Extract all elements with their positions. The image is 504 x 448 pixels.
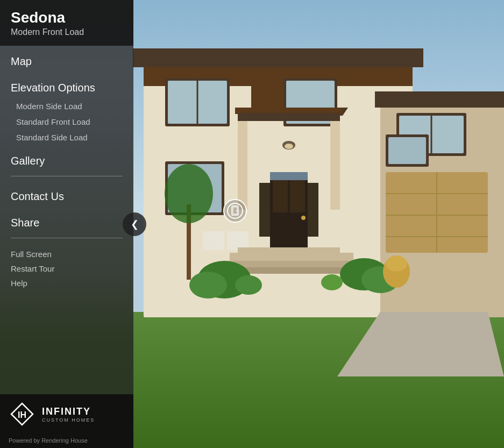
sidebar-header: Sedona Modern Front Load xyxy=(0,0,133,46)
door-hotspot[interactable] xyxy=(223,199,247,223)
svg-rect-40 xyxy=(230,253,353,261)
svg-rect-20 xyxy=(330,113,340,210)
restart-tour-link[interactable]: Restart Tour xyxy=(11,261,123,276)
logo-text: INFINITY CUSTOM HOMES xyxy=(42,406,95,423)
door-icon xyxy=(231,205,239,216)
svg-rect-55 xyxy=(238,247,340,254)
infinity-logo-icon: IH xyxy=(9,401,36,428)
divider-2 xyxy=(11,238,123,238)
svg-point-49 xyxy=(321,274,343,290)
svg-rect-27 xyxy=(259,183,270,237)
svg-rect-7 xyxy=(375,91,504,108)
svg-point-30 xyxy=(301,216,306,220)
svg-point-52 xyxy=(165,164,213,223)
svg-text:IH: IH xyxy=(18,410,26,419)
powered-by: Powered by Rendering House xyxy=(0,434,133,448)
svg-point-62 xyxy=(236,210,237,211)
map-link[interactable]: Map xyxy=(11,46,123,72)
svg-rect-21 xyxy=(238,113,340,121)
svg-point-48 xyxy=(386,255,407,272)
svg-rect-41 xyxy=(224,261,359,267)
contact-link[interactable]: Contact Us xyxy=(11,181,123,207)
door-hotspot-inner xyxy=(227,203,243,219)
svg-rect-25 xyxy=(273,180,288,212)
svg-point-23 xyxy=(285,144,293,149)
nav-arrow-button[interactable]: ❮ xyxy=(123,212,146,236)
divider-1 xyxy=(11,176,123,176)
svg-point-44 xyxy=(189,272,227,298)
gallery-link[interactable]: Gallery xyxy=(11,145,123,172)
svg-rect-6 xyxy=(133,48,423,67)
sidebar: Sedona Modern Front Load Map Elevation O… xyxy=(0,0,133,448)
svg-rect-39 xyxy=(388,137,426,164)
elevation-standard-side-load[interactable]: Standard Side Load xyxy=(16,130,123,145)
svg-rect-53 xyxy=(203,231,224,250)
elevation-options-list: Modern Side Load Standard Front Load Sta… xyxy=(11,98,123,145)
help-link[interactable]: Help xyxy=(11,276,123,290)
house-name: Sedona xyxy=(11,10,123,26)
svg-rect-19 xyxy=(238,113,247,210)
company-name: INFINITY xyxy=(42,406,95,417)
svg-rect-26 xyxy=(290,180,305,212)
svg-rect-54 xyxy=(227,231,249,250)
house-type: Modern Front Load xyxy=(11,27,123,37)
svg-rect-28 xyxy=(308,183,318,237)
elevation-options-label: Elevation Options xyxy=(11,72,123,98)
svg-point-50 xyxy=(235,275,262,295)
elevation-modern-side-load[interactable]: Modern Side Load xyxy=(16,98,123,114)
house-scene xyxy=(133,0,504,448)
sidebar-footer: IH INFINITY CUSTOM HOMES xyxy=(0,394,133,434)
share-link[interactable]: Share xyxy=(11,207,123,233)
svg-rect-29 xyxy=(270,172,308,180)
company-tagline: CUSTOM HOMES xyxy=(42,417,95,423)
elevation-standard-front-load[interactable]: Standard Front Load xyxy=(16,114,123,130)
bottom-links: Full Screen Restart Tour Help xyxy=(11,243,123,290)
sidebar-nav: Map Elevation Options Modern Side Load S… xyxy=(0,46,133,394)
chevron-left-icon: ❮ xyxy=(131,218,139,230)
fullscreen-link[interactable]: Full Screen xyxy=(11,247,123,261)
